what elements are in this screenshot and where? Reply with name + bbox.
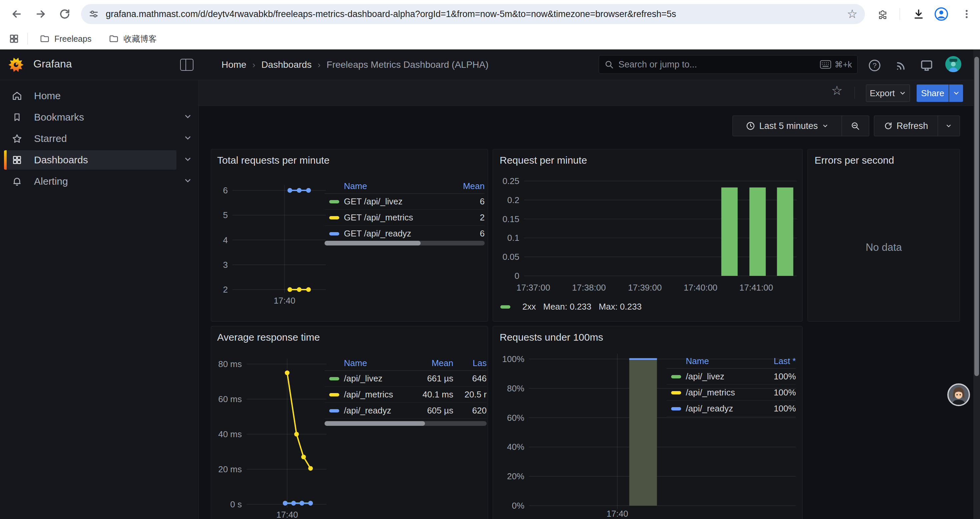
- search-shortcut: ⌘+k: [820, 60, 852, 69]
- panel-title[interactable]: Request per minute: [500, 155, 587, 166]
- legend-table: Name Mean GET /api/_livez 6 GET /api/_me…: [325, 179, 485, 242]
- legend-row[interactable]: /api/_livez 661 µs 646: [325, 371, 487, 387]
- toolbar-divider: [900, 8, 900, 20]
- legend-header-name[interactable]: Name: [686, 356, 756, 366]
- legend-inline[interactable]: 2xx Mean: 0.233 Max: 0.233: [500, 302, 642, 312]
- series-name: /api/_metrics: [344, 390, 407, 400]
- legend-row[interactable]: /api/_readyz 605 µs 620: [325, 403, 487, 419]
- legend-scrollbar[interactable]: [325, 421, 487, 426]
- panel-total-requests: Total requests per minute 6543217:40 Nam…: [211, 149, 488, 322]
- legend-header-name[interactable]: Name: [344, 358, 407, 368]
- legend-row[interactable]: /api/_metrics 100%: [667, 385, 796, 401]
- series-mean: 6: [448, 228, 485, 239]
- bookmark-folder-blogs[interactable]: 收藏博客: [103, 31, 163, 47]
- legend-header-name[interactable]: Name: [344, 181, 448, 192]
- legend-header-mean[interactable]: Mean: [448, 181, 485, 192]
- user-avatar[interactable]: [945, 56, 961, 72]
- breadcrumb-home[interactable]: Home: [221, 59, 247, 70]
- help-icon[interactable]: ?: [867, 58, 882, 73]
- home-icon: [11, 90, 23, 102]
- legend-header-last[interactable]: Last *: [756, 356, 796, 366]
- girl-avatar-image: [949, 385, 969, 405]
- legend-row[interactable]: GET /api/_metrics 2: [325, 210, 485, 226]
- chevron-down-icon[interactable]: [183, 155, 192, 164]
- legend-row[interactable]: /api/_livez 100%: [667, 369, 796, 385]
- forward-icon[interactable]: [33, 7, 48, 21]
- time-controls-group: Last 5 minutes: [732, 115, 869, 136]
- svg-text:60 ms: 60 ms: [218, 394, 242, 404]
- profile-icon[interactable]: [934, 7, 949, 21]
- share-dropdown-button[interactable]: [949, 85, 963, 102]
- chevron-down-icon[interactable]: [183, 134, 192, 142]
- assistant-avatar[interactable]: [947, 383, 970, 406]
- apps-grid-icon[interactable]: [9, 34, 19, 44]
- sidebar-item-alerting[interactable]: Alerting: [4, 172, 177, 191]
- sidebar-toggle-icon[interactable]: [180, 59, 194, 71]
- time-range-label: Last 5 minutes: [759, 121, 818, 131]
- svg-text:3: 3: [223, 260, 228, 270]
- svg-text:60%: 60%: [507, 413, 524, 423]
- extensions-icon[interactable]: [876, 7, 890, 21]
- page-scrollbar[interactable]: [973, 50, 980, 519]
- legend-row[interactable]: /api/_metrics 40.1 ms 20.5 r: [325, 387, 487, 403]
- share-button[interactable]: Share: [916, 85, 949, 102]
- legend-scrollbar[interactable]: [325, 241, 485, 246]
- svg-text:?: ?: [873, 61, 877, 69]
- series-name: GET /api/_metrics: [344, 212, 448, 223]
- sidebar-item-dashboards[interactable]: Dashboards: [4, 150, 177, 170]
- grafana-brand[interactable]: Grafana: [33, 58, 72, 70]
- refresh-icon: [884, 121, 892, 130]
- series-last: 100%: [756, 371, 796, 382]
- scrollbar-thumb[interactable]: [974, 57, 979, 376]
- grafana-logo-icon[interactable]: [8, 57, 24, 73]
- monitor-icon[interactable]: [919, 58, 934, 73]
- address-bar[interactable]: grafana.mathmast.com/d/deytv4rwavabkb/fr…: [81, 4, 865, 24]
- legend-row[interactable]: GET /api/_livez 6: [325, 194, 485, 210]
- export-button[interactable]: Export: [866, 85, 910, 102]
- refresh-button[interactable]: Refresh: [874, 116, 938, 136]
- series-name: /api/_readyz: [344, 406, 407, 416]
- legend-row[interactable]: GET /api/_readyz 6: [325, 226, 485, 242]
- series-name: /api/_livez: [686, 371, 756, 382]
- news-rss-icon[interactable]: [894, 58, 908, 73]
- chevron-down-icon[interactable]: [183, 112, 192, 121]
- series-swatch: [329, 216, 339, 219]
- bookmark-folder-freeleaps[interactable]: Freeleaps: [34, 31, 97, 46]
- download-icon[interactable]: [911, 7, 926, 21]
- site-settings-icon[interactable]: [88, 9, 99, 19]
- svg-text:20 ms: 20 ms: [218, 464, 242, 474]
- legend-row[interactable]: /api/_readyz 100%: [667, 401, 796, 417]
- series-name: /api/_livez: [344, 374, 407, 384]
- sidebar-item-home[interactable]: Home: [4, 86, 177, 105]
- average-response-time-chart: 80 ms60 ms40 ms20 ms0 s17:40: [215, 355, 331, 519]
- breadcrumb-dashboards[interactable]: Dashboards: [261, 59, 312, 70]
- bookmarks-bar: Freeleaps 收藏博客: [0, 28, 980, 50]
- time-range-picker[interactable]: Last 5 minutes: [733, 116, 842, 136]
- refresh-interval-dropdown[interactable]: [938, 116, 959, 136]
- chevron-down-icon[interactable]: [183, 176, 192, 185]
- sidebar-item-starred[interactable]: Starred: [4, 129, 177, 148]
- series-swatch: [329, 377, 339, 380]
- legend-header-last[interactable]: Las: [453, 358, 487, 368]
- series-swatch: [329, 409, 339, 412]
- search-input[interactable]: Search or jump to... ⌘+k: [599, 55, 858, 74]
- reload-icon[interactable]: [57, 7, 72, 21]
- keyboard-icon: [820, 60, 831, 69]
- back-icon[interactable]: [10, 7, 24, 21]
- panel-title[interactable]: Average response time: [217, 332, 320, 343]
- bookmarks-divider: [27, 33, 28, 45]
- sidebar-item-bookmarks[interactable]: Bookmarks: [4, 107, 177, 127]
- panel-title[interactable]: Requests under 100ms: [500, 332, 603, 343]
- zoom-out-button[interactable]: [842, 116, 869, 136]
- series-mean: 40.1 ms: [407, 390, 453, 400]
- search-icon: [605, 60, 614, 69]
- series-mean: Mean: 0.233: [543, 302, 592, 312]
- panel-title[interactable]: Errors per second: [815, 155, 894, 166]
- url-text[interactable]: grafana.mathmast.com/d/deytv4rwavabkb/fr…: [106, 9, 843, 19]
- legend-header-mean[interactable]: Mean: [407, 358, 453, 368]
- panel-title[interactable]: Total requests per minute: [217, 155, 329, 166]
- favorite-star-icon[interactable]: ☆: [831, 84, 843, 97]
- menu-kebab-icon[interactable]: [959, 7, 974, 21]
- bookmark-star-icon[interactable]: ☆: [847, 8, 858, 20]
- series-mean: 2: [448, 212, 485, 223]
